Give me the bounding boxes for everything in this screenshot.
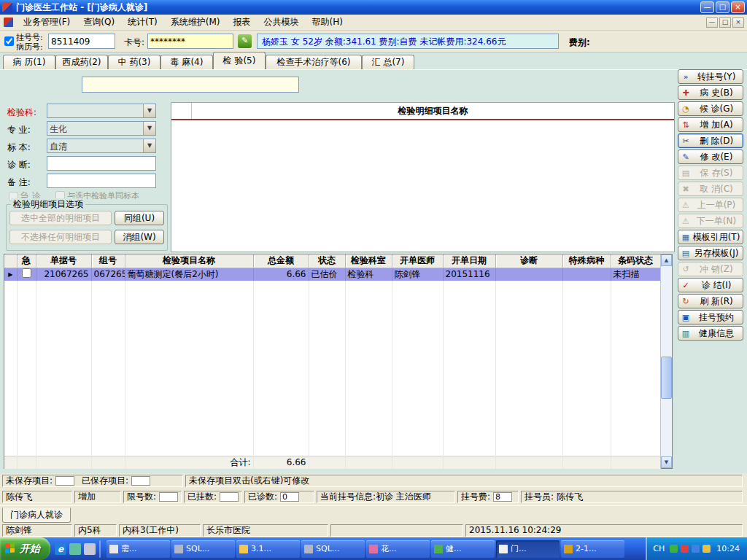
mdi-minimize-button[interactable]: — bbox=[706, 18, 718, 28]
diagnosis-input[interactable] bbox=[47, 156, 156, 171]
tab-chinese-medicine[interactable]: 中 药(3) bbox=[108, 55, 160, 69]
col-receipt-no[interactable]: 单据号 bbox=[36, 254, 91, 268]
menu-item-business-management[interactable]: 业务管理(F) bbox=[17, 14, 77, 31]
mdi-tab-outpatient-visit[interactable]: 门诊病人就诊 bbox=[2, 508, 71, 523]
col-doctor[interactable]: 开单医师 bbox=[392, 254, 443, 268]
tray-shield-icon[interactable] bbox=[670, 545, 678, 553]
scroll-down-icon[interactable]: ▼ bbox=[661, 456, 672, 468]
delete-button[interactable]: ✂ 删 除(D) bbox=[678, 133, 743, 148]
task-button-3[interactable]: 3.1... bbox=[236, 540, 300, 558]
ungroup-button[interactable]: 消组(W) bbox=[115, 230, 164, 244]
add-button[interactable]: ⇅ 增 加(A) bbox=[678, 117, 743, 132]
col-item-name[interactable]: 检验项目名称 bbox=[125, 254, 253, 268]
dropdown-arrow-icon[interactable]: ▼ bbox=[143, 139, 155, 152]
specimen-select[interactable]: 血清 ▼ bbox=[47, 139, 156, 153]
note-input[interactable] bbox=[47, 174, 156, 188]
card-reader-icon[interactable]: ✎ bbox=[238, 34, 252, 48]
show-desktop-icon[interactable] bbox=[69, 543, 81, 555]
specialty-select[interactable]: 生化 ▼ bbox=[47, 121, 156, 136]
operator-name: 陈传飞 bbox=[6, 491, 32, 503]
next-order-button[interactable]: ⚠ 下一单(N) bbox=[678, 214, 743, 228]
cell-item-name: 葡萄糖测定(餐后2小时) bbox=[125, 268, 253, 281]
medical-history-button[interactable]: ✚ 病 史(B) bbox=[678, 85, 743, 100]
restore-button[interactable]: □ bbox=[716, 1, 729, 13]
dropdown-arrow-icon[interactable]: ▼ bbox=[143, 104, 155, 117]
task-button-8[interactable]: 2-1... bbox=[561, 540, 624, 558]
save-template-button[interactable]: ▤ 另存模板(J) bbox=[678, 246, 743, 260]
save-button[interactable]: ▤ 保 存(S) bbox=[678, 166, 743, 180]
col-amount[interactable]: 总金额 bbox=[253, 254, 309, 268]
reg-number-checkbox[interactable] bbox=[4, 36, 14, 46]
health-card-icon: ▥ bbox=[681, 329, 691, 338]
menu-item-help[interactable]: 帮助(H) bbox=[306, 14, 349, 31]
start-button[interactable]: 开始 bbox=[0, 537, 50, 560]
health-info-button[interactable]: ▥ 健康信息 bbox=[678, 326, 743, 341]
menu-item-query[interactable]: 查询(Q) bbox=[77, 14, 121, 31]
tray-alert-icon[interactable] bbox=[681, 545, 689, 553]
row-marker: ▶ bbox=[4, 268, 17, 281]
transfer-registration-button[interactable]: » 转挂号(Y) bbox=[678, 69, 743, 84]
ie-icon[interactable]: e bbox=[55, 543, 66, 555]
select-all-details-button[interactable]: 选中全部的明细项目 bbox=[9, 211, 112, 225]
tab-medical-record[interactable]: 病 历(1) bbox=[3, 55, 55, 69]
task-button-7-active[interactable]: 门... bbox=[496, 540, 560, 558]
scroll-up-icon[interactable]: ▲ bbox=[661, 254, 672, 266]
menu-item-system-maintenance[interactable]: 系统维护(M) bbox=[164, 14, 227, 31]
tab-lab-test[interactable]: 检 验(5) bbox=[213, 52, 266, 69]
previous-order-button[interactable]: ⚠ 上一单(P) bbox=[678, 198, 743, 212]
mdi-restore-button[interactable]: □ bbox=[719, 18, 731, 28]
tab-summary[interactable]: 汇 总(7) bbox=[362, 55, 414, 69]
col-diagnosis[interactable]: 诊断 bbox=[495, 254, 562, 268]
task-button-2[interactable]: SQL... bbox=[171, 540, 235, 558]
task-button-6[interactable]: 健... bbox=[431, 540, 495, 558]
warning-icon: ⚠ bbox=[681, 217, 691, 226]
refresh-button[interactable]: ↻ 刷 新(R) bbox=[678, 294, 743, 308]
menu-item-reports[interactable]: 报表 bbox=[227, 14, 258, 31]
lab-dept-select[interactable]: ▼ bbox=[47, 104, 156, 118]
minimize-button[interactable]: — bbox=[700, 1, 714, 13]
col-urgent[interactable]: 急 bbox=[17, 254, 36, 268]
template-reference-button[interactable]: ▦ 模板引用(T) bbox=[678, 230, 743, 244]
item-entry-input[interactable] bbox=[82, 77, 299, 93]
dropdown-arrow-icon[interactable]: ▼ bbox=[143, 122, 155, 135]
tab-exam-surgery[interactable]: 检查手术治疗等(6) bbox=[266, 55, 362, 69]
close-button[interactable]: × bbox=[731, 1, 745, 13]
select-none-details-button[interactable]: 不选择任何明细项目 bbox=[9, 230, 112, 244]
patient-info-bar: 杨娇玉 女 52岁 余额:341.61 费别:自费 未记帐费用:324.66元 bbox=[257, 34, 559, 49]
record-number-input[interactable] bbox=[48, 34, 115, 49]
table-scrollbar[interactable]: ▲ ▼ bbox=[660, 254, 672, 468]
template-icon: ▦ bbox=[681, 233, 691, 242]
tray-network-icon[interactable] bbox=[692, 545, 700, 553]
reverse-charge-button[interactable]: ↺ 冲 销(Z) bbox=[678, 262, 743, 276]
cancel-button[interactable]: ✖ 取 消(C) bbox=[678, 182, 743, 196]
col-special-disease[interactable]: 特殊病种 bbox=[562, 254, 611, 268]
waiting-list-button[interactable]: ◔ 候 诊(G) bbox=[678, 101, 743, 116]
database-icon bbox=[304, 545, 313, 553]
clock[interactable]: 10:24 bbox=[716, 544, 740, 553]
menu-item-public-modules[interactable]: 公共模块 bbox=[258, 14, 306, 31]
order-row[interactable]: ▶ 21067265 067265 葡萄糖测定(餐后2小时) 6.66 已估价 … bbox=[4, 268, 660, 281]
tray-volume-icon[interactable] bbox=[703, 545, 711, 553]
registration-appointment-button[interactable]: ▣ 挂号预约 bbox=[678, 310, 743, 324]
tab-western-medicine[interactable]: 西成药(2) bbox=[55, 55, 108, 69]
scrollbar-thumb[interactable] bbox=[661, 357, 672, 399]
task-button-5[interactable]: 花... bbox=[366, 540, 430, 558]
col-status[interactable]: 状态 bbox=[309, 254, 345, 268]
diagnosis-complete-button[interactable]: ✓ 诊 结(I) bbox=[678, 278, 743, 292]
seen-count-label: 已诊数: bbox=[248, 491, 277, 503]
modify-button[interactable]: ✎ 修 改(E) bbox=[678, 149, 743, 164]
col-order-date[interactable]: 开单日期 bbox=[443, 254, 495, 268]
task-button-4[interactable]: SQL... bbox=[301, 540, 365, 558]
language-indicator[interactable]: CH bbox=[653, 544, 665, 553]
col-barcode-status[interactable]: 条码状态 bbox=[611, 254, 660, 268]
mdi-close-button[interactable]: × bbox=[732, 18, 744, 28]
menu-item-statistics[interactable]: 统计(T) bbox=[121, 14, 164, 31]
task-button-1[interactable]: 需... bbox=[107, 540, 170, 558]
card-number-input[interactable] bbox=[147, 34, 233, 49]
col-lab-dept[interactable]: 检验科室 bbox=[345, 254, 392, 268]
same-group-button[interactable]: 同组(U) bbox=[115, 211, 164, 225]
quick-launch-app-icon[interactable] bbox=[84, 543, 96, 555]
tab-narcotics[interactable]: 毒 麻(4) bbox=[160, 55, 213, 69]
col-group-no[interactable]: 组号 bbox=[91, 254, 125, 268]
row-urgent-checkbox[interactable] bbox=[22, 268, 31, 278]
